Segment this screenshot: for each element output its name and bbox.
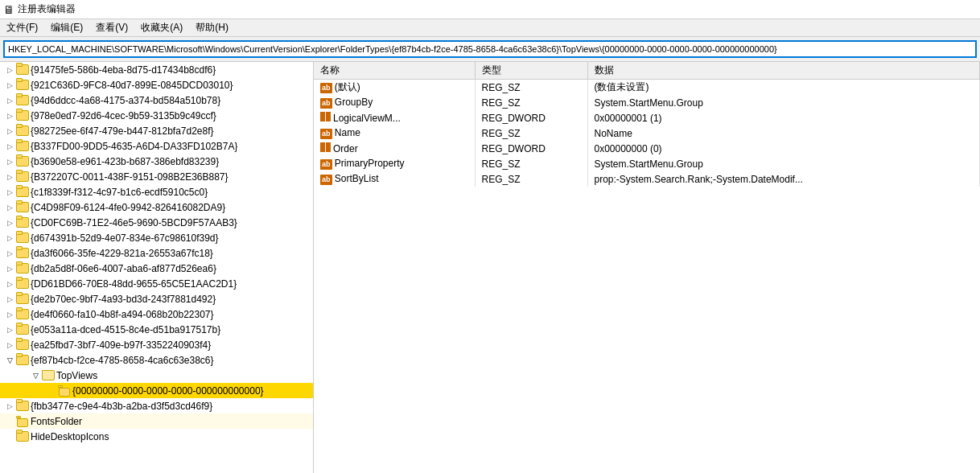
address-bar[interactable]: HKEY_LOCAL_MACHINE\SOFTWARE\Microsoft\Wi… (3, 40, 977, 58)
col-name[interactable]: 名称 (314, 62, 475, 80)
expand-icon-topviews[interactable]: ▽ (29, 369, 42, 382)
reg-ab-icon: ab (320, 129, 332, 139)
table-row[interactable]: ab (默认)REG_SZ(数值未设置) (314, 80, 980, 96)
expand-icon-7[interactable]: ▷ (3, 155, 16, 168)
tree-label-1: {91475fe5-586b-4eba-8d75-d17434b8cdf6} (31, 64, 216, 76)
expand-icon-2[interactable]: ▷ (3, 79, 16, 92)
expand-icon-19[interactable]: ▷ (3, 339, 16, 352)
expand-icon-15[interactable]: ▷ (3, 278, 16, 290)
tree-label-20: {ef87b4cb-f2ce-4785-8658-4ca6c63e38c6} (31, 355, 214, 366)
folder-icon-13 (16, 248, 29, 259)
table-row[interactable]: ab NameREG_SZNoName (314, 125, 980, 141)
folder-icon-14 (16, 263, 29, 274)
menu-edit[interactable]: 编辑(E) (44, 19, 89, 36)
tree-label-3: {94d6ddcc-4a68-4175-a374-bd584a510b78} (31, 95, 220, 106)
tree-label-8: {B372207C-0011-438F-9151-098B2E36B887} (31, 171, 229, 183)
tree-item-11[interactable]: ▷ {CD0FC69B-71E2-46e5-9690-5BCD9F57AAB3} (0, 215, 313, 230)
tree-label-19: {ea25fbd7-3bf7-409e-b97f-3352240903f4} (31, 339, 211, 351)
tree-item-9[interactable]: ▷ {c1f8339f-f312-4c97-b1c6-ecdf5910c5c0} (0, 184, 313, 199)
expand-icon-9[interactable]: ▷ (3, 186, 16, 199)
reg-dword-icon (320, 142, 331, 152)
table-row[interactable]: LogicalViewM...REG_DWORD0x00000001 (1) (314, 110, 980, 125)
tree-item-2[interactable]: ▷ {921C636D-9FC8-40d7-899E-0845DCD03010} (0, 77, 313, 93)
expand-icon-17[interactable]: ▷ (3, 308, 16, 321)
tree-item-18[interactable]: ▷ {e053a11a-dced-4515-8c4e-d51ba917517b} (0, 322, 313, 337)
folder-icon-8 (16, 171, 29, 183)
tree-label-14: {db2a5d8f-06e6-4007-aba6-af877d526ea6} (31, 263, 216, 274)
tree-item-15[interactable]: ▷ {DD61BD66-70E8-48dd-9655-65C5E1AAC2D1} (0, 276, 313, 291)
reg-name-cell: ab GroupBy (314, 95, 475, 110)
folder-icon-4 (16, 110, 29, 121)
folder-icon-12 (16, 232, 29, 244)
expand-icon-11[interactable]: ▷ (3, 216, 16, 229)
tree-item-19[interactable]: ▷ {ea25fbd7-3bf7-409e-b97f-3352240903f4} (0, 337, 313, 352)
expand-icon-20[interactable]: ▽ (3, 354, 16, 367)
expand-icon-8[interactable]: ▷ (3, 171, 16, 183)
expand-icon-16[interactable]: ▷ (3, 293, 16, 306)
folder-icon-fonts (16, 416, 29, 427)
folder-icon-17 (16, 309, 29, 320)
tree-item-4[interactable]: ▷ {978e0ed7-92d6-4cec-9b59-3135b9c49ccf} (0, 108, 313, 123)
registry-tree[interactable]: ▷ {91475fe5-586b-4eba-8d75-d17434b8cdf6}… (0, 62, 314, 473)
reg-data-cell: System.StartMenu.Group (587, 95, 980, 110)
tree-label-15: {DD61BD66-70E8-48dd-9655-65C5E1AAC2D1} (31, 278, 237, 290)
expand-icon-18[interactable]: ▷ (3, 323, 16, 336)
tree-item-16[interactable]: ▷ {de2b70ec-9bf7-4a93-bd3d-243f7881d492} (0, 291, 313, 306)
menu-view[interactable]: 查看(V) (89, 19, 134, 36)
expand-icon-6[interactable]: ▷ (3, 140, 16, 153)
col-type[interactable]: 类型 (475, 62, 587, 80)
expand-icon-14[interactable]: ▷ (3, 262, 16, 275)
tree-item-14[interactable]: ▷ {db2a5d8f-06e6-4007-aba6-af877d526ea6} (0, 261, 313, 276)
table-row[interactable]: ab SortByListREG_SZprop:-System.Search.R… (314, 171, 980, 187)
folder-icon-16 (16, 294, 29, 305)
tree-label-18: {e053a11a-dced-4515-8c4e-d51ba917517b} (31, 324, 220, 335)
reg-dword-icon (320, 112, 331, 121)
tree-item-topviews[interactable]: ▽ TopViews (0, 368, 313, 383)
expand-icon-1[interactable]: ▷ (3, 64, 16, 76)
tree-item-6[interactable]: ▷ {B337FD00-9DD5-4635-A6D4-DA33FD102B7A} (0, 138, 313, 154)
folder-icon-10 (16, 202, 29, 213)
tree-item-8[interactable]: ▷ {B372207C-0011-438F-9151-098B2E36B887} (0, 169, 313, 184)
tree-item-20[interactable]: ▽ {ef87b4cb-f2ce-4785-8658-4ca6c63e38c6} (0, 352, 313, 368)
expand-icon-13[interactable]: ▷ (3, 247, 16, 260)
tree-item-12[interactable]: ▷ {d674391b-52d9-4e07-834e-67c98610f39d} (0, 230, 313, 245)
reg-type-cell: REG_SZ (475, 80, 587, 96)
tree-item-fonts[interactable]: FontsFolder (0, 413, 313, 429)
reg-name: PrimaryProperty (335, 158, 405, 169)
expand-icon-21[interactable]: ▷ (3, 400, 16, 413)
reg-type-cell: REG_SZ (475, 125, 587, 141)
table-row[interactable]: OrderREG_DWORD0x00000000 (0) (314, 141, 980, 156)
tree-item-00000000[interactable]: ▷ {00000000-0000-0000-0000-000000000000} (0, 383, 313, 398)
reg-name: (默认) (335, 81, 360, 93)
expand-icon-5[interactable]: ▷ (3, 125, 16, 138)
reg-type-cell: REG_DWORD (475, 141, 587, 156)
tree-label-2: {921C636D-9FC8-40d7-899E-0845DCD03010} (31, 80, 233, 91)
expand-icon-4[interactable]: ▷ (3, 109, 16, 122)
col-data[interactable]: 数据 (587, 62, 980, 80)
tree-item-hidedesktop[interactable]: HideDesktopIcons (0, 429, 313, 444)
folder-icon-11 (16, 217, 29, 228)
menu-favorites[interactable]: 收藏夹(A) (134, 19, 189, 36)
expand-icon-12[interactable]: ▷ (3, 232, 16, 245)
tree-item-10[interactable]: ▷ {C4D98F09-6124-4fe0-9942-826416082DA9} (0, 199, 313, 215)
menu-file[interactable]: 文件(F) (0, 19, 44, 36)
table-row[interactable]: ab PrimaryPropertyREG_SZSystem.StartMenu… (314, 156, 980, 171)
tree-item-21[interactable]: ▷ {fbb3477e-c9e4-4b3b-a2ba-d3f5d3cd46f9} (0, 398, 313, 413)
tree-item-1[interactable]: ▷ {91475fe5-586b-4eba-8d75-d17434b8cdf6} (0, 62, 313, 77)
expand-icon-10[interactable]: ▷ (3, 201, 16, 214)
address-text: HKEY_LOCAL_MACHINE\SOFTWARE\Microsoft\Wi… (8, 44, 777, 54)
folder-icon-15 (16, 278, 29, 290)
tree-item-7[interactable]: ▷ {b3690e58-e961-423b-b687-386ebfd83239} (0, 154, 313, 169)
tree-item-13[interactable]: ▷ {da3f6066-35fe-4229-821a-26553a67fc18} (0, 245, 313, 261)
reg-name-cell: ab Name (314, 125, 475, 141)
tree-item-17[interactable]: ▷ {de4f0660-fa10-4b8f-a494-068b20b22307} (0, 306, 313, 322)
reg-name: Name (335, 127, 360, 138)
tree-label-12: {d674391b-52d9-4e07-834e-67c98610f39d} (31, 232, 219, 244)
tree-item-3[interactable]: ▷ {94d6ddcc-4a68-4175-a374-bd584a510b78} (0, 93, 313, 108)
tree-label-hidedesktop: HideDesktopIcons (31, 431, 109, 442)
tree-item-5[interactable]: ▷ {982725ee-6f47-479e-b447-812bfa7d2e8f} (0, 123, 313, 138)
table-row[interactable]: ab GroupByREG_SZSystem.StartMenu.Group (314, 95, 980, 110)
expand-icon-3[interactable]: ▷ (3, 94, 16, 107)
menu-help[interactable]: 帮助(H) (189, 19, 235, 36)
tree-label-11: {CD0FC69B-71E2-46e5-9690-5BCD9F57AAB3} (31, 217, 237, 228)
